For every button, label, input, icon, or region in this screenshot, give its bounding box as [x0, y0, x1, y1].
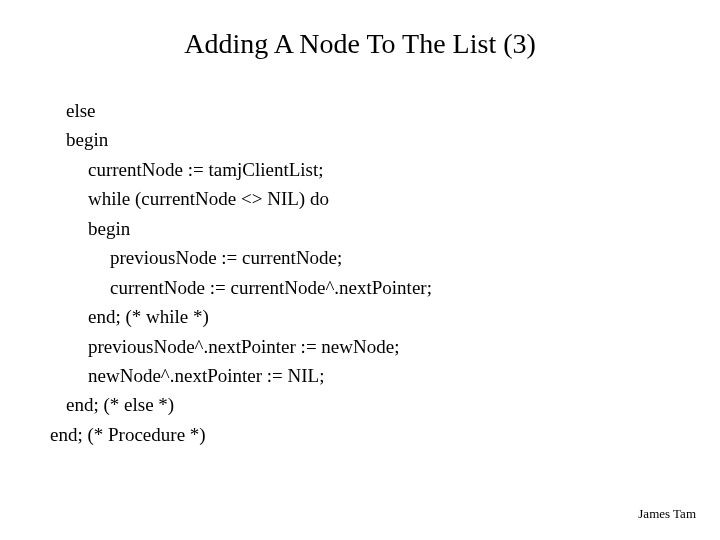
code-line: newNode^.nextPointer := NIL;: [66, 361, 680, 390]
slide-body: elsebegincurrentNode := tamjClientList;w…: [66, 96, 680, 449]
code-line: begin: [66, 125, 680, 154]
code-line: else: [66, 96, 680, 125]
code-line: currentNode := tamjClientList;: [66, 155, 680, 184]
code-line-closing: end; (* Procedure *): [50, 420, 680, 449]
slide: Adding A Node To The List (3) elsebeginc…: [0, 0, 720, 540]
code-line: currentNode := currentNode^.nextPointer;: [66, 273, 680, 302]
code-line: end; (* while *): [66, 302, 680, 331]
code-line: previousNode^.nextPointer := newNode;: [66, 332, 680, 361]
footer-author: James Tam: [638, 506, 696, 522]
code-block: elsebegincurrentNode := tamjClientList;w…: [66, 96, 680, 449]
code-line: end; (* else *): [66, 390, 680, 419]
code-line: begin: [66, 214, 680, 243]
code-line: previousNode := currentNode;: [66, 243, 680, 272]
slide-title: Adding A Node To The List (3): [0, 28, 720, 60]
code-line: while (currentNode <> NIL) do: [66, 184, 680, 213]
